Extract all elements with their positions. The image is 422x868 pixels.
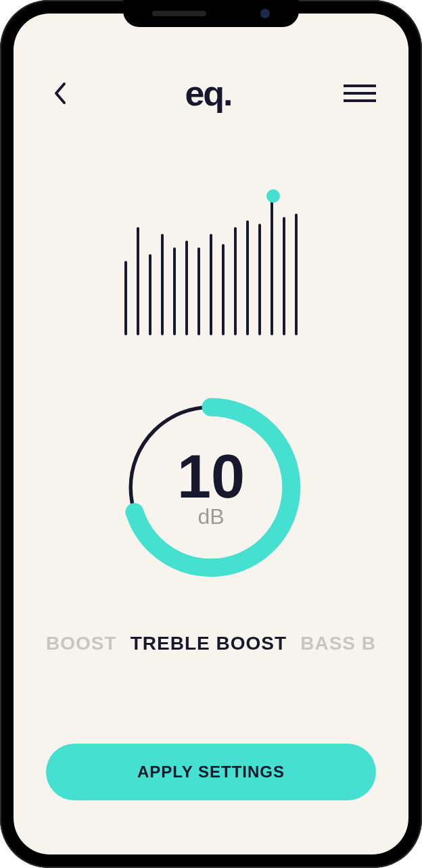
eq-peak-dot-icon — [266, 189, 280, 203]
gain-unit: dB — [197, 504, 224, 529]
menu-button[interactable] — [344, 80, 376, 107]
app-logo: eq. — [185, 73, 231, 114]
mode-selector[interactable]: BOOST TREBLE BOOST BASS B — [46, 633, 376, 654]
back-button[interactable] — [46, 80, 73, 107]
eq-bar — [258, 224, 261, 335]
phone-notch — [123, 0, 299, 27]
eq-bar — [185, 241, 188, 335]
chevron-left-icon — [52, 81, 67, 105]
eq-bar — [149, 254, 151, 335]
mode-current[interactable]: TREBLE BOOST — [131, 633, 287, 654]
gain-dial[interactable]: 10 dB — [46, 396, 376, 579]
mode-prev[interactable]: BOOST — [46, 633, 117, 654]
phone-frame: eq. 10 dB — [0, 0, 422, 868]
eq-bar — [161, 234, 164, 335]
eq-bar — [283, 217, 285, 335]
eq-bar — [137, 227, 139, 335]
eq-bar — [197, 247, 200, 335]
equalizer-visualizer[interactable] — [46, 187, 376, 335]
eq-bar — [173, 247, 176, 335]
apply-settings-button[interactable]: APPLY SETTINGS — [46, 744, 376, 800]
eq-bar — [124, 261, 127, 335]
gain-value: 10 — [177, 446, 245, 507]
eq-bar — [210, 234, 212, 335]
hamburger-icon — [344, 85, 376, 87]
header: eq. — [46, 74, 376, 112]
mode-next[interactable]: BASS B — [300, 633, 376, 654]
eq-bar — [246, 220, 249, 335]
screen: eq. 10 dB — [14, 14, 408, 854]
eq-bar — [295, 214, 298, 335]
eq-bar — [222, 244, 225, 335]
eq-bar — [271, 200, 273, 335]
speaker-grille — [152, 11, 206, 16]
eq-bar — [234, 227, 237, 335]
front-camera — [260, 9, 270, 18]
